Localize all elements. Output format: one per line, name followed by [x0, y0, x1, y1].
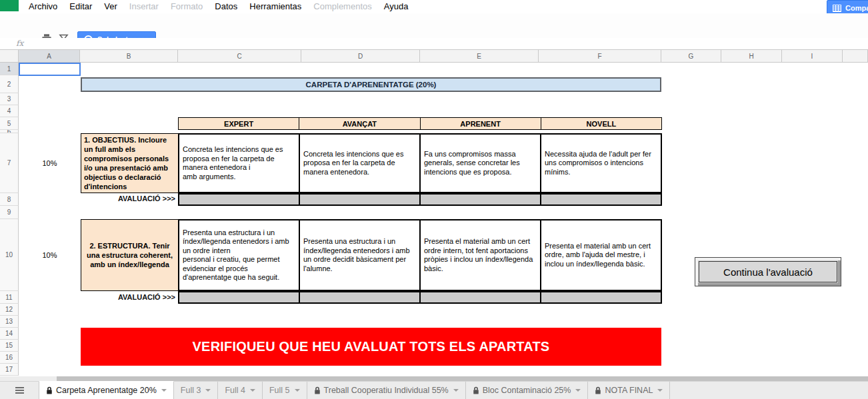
- weight-cell-2[interactable]: 10%: [19, 219, 81, 291]
- horizontal-scrollbar-thumb[interactable]: [57, 376, 868, 381]
- weight-cell-1[interactable]: 10%: [19, 133, 81, 193]
- eval-2-expert-input[interactable]: [179, 292, 299, 302]
- tab-dropdown-caret[interactable]: [161, 389, 167, 392]
- toolbar: Solo lectura: [0, 13, 868, 39]
- column-header-C[interactable]: C: [178, 50, 301, 62]
- column-header-G[interactable]: G: [661, 50, 721, 62]
- column-header-B[interactable]: B: [80, 50, 178, 62]
- rubric-1-avancat-cell[interactable]: Concreta les intencions que es proposa e…: [299, 135, 419, 192]
- selected-cell-outline[interactable]: [19, 63, 81, 76]
- fx-icon: fx: [16, 39, 23, 48]
- lock-icon: [473, 386, 479, 395]
- rubric-1-aprenent-cell[interactable]: Fa uns compromisos massa generals, sense…: [419, 135, 540, 192]
- level-header-novell[interactable]: NOVELL: [541, 118, 661, 129]
- all-sheets-menu-button[interactable]: [0, 382, 39, 399]
- row-header-2[interactable]: 2: [0, 75, 19, 93]
- rubric-2-avancat-cell[interactable]: Presenta una estructura i un índex/llege…: [299, 220, 419, 290]
- rubric-row-2: Presenta una estructura i un índex/llege…: [178, 219, 662, 291]
- row-header-11[interactable]: 11: [0, 291, 19, 304]
- continue-evaluation-button[interactable]: Continua l'avaluació: [695, 257, 841, 286]
- eval-2-novell-input[interactable]: [540, 292, 661, 302]
- menu-herramientas[interactable]: Herramientas: [243, 0, 307, 13]
- column-headers: A B C D E F G H I: [0, 49, 868, 63]
- row-header-10[interactable]: 10: [0, 219, 19, 291]
- rubric-2-novell-cell[interactable]: Presenta el material amb un cert ordre, …: [540, 220, 661, 290]
- lock-icon: [314, 386, 321, 395]
- level-header-aprenent[interactable]: APRENENT: [420, 118, 541, 129]
- tab-treball-cooperatiu[interactable]: Treball Cooperatiu Individual 55%: [307, 382, 466, 399]
- level-header-expert[interactable]: EXPERT: [179, 118, 299, 129]
- tab-label: Treball Cooperatiu Individual 55%: [324, 386, 449, 395]
- tab-dropdown-caret[interactable]: [657, 389, 663, 392]
- menu-datos[interactable]: Datos: [209, 0, 243, 13]
- menu-ayuda[interactable]: Ayuda: [378, 0, 415, 13]
- menu-complementos[interactable]: Complementos: [307, 0, 377, 13]
- tab-carpeta-aprenentatge[interactable]: Carpeta Aprenentatge 20%: [39, 381, 174, 399]
- tab-label: Full 3: [181, 386, 201, 395]
- tab-dropdown-caret[interactable]: [295, 389, 300, 392]
- eval-1-novell-input[interactable]: [540, 195, 661, 204]
- sheets-logo: [0, 0, 19, 11]
- row-header-3[interactable]: 3: [0, 93, 19, 105]
- rubric-1-novell-cell[interactable]: Necessita ajuda de l'adult per fer uns c…: [540, 135, 661, 192]
- menu-archivo[interactable]: Archivo: [23, 0, 63, 13]
- criterion-cell-2[interactable]: 2. ESTRUCTURA. Tenir una estructura cohe…: [81, 219, 179, 291]
- row-header-12[interactable]: 12: [0, 304, 19, 316]
- column-header-H[interactable]: H: [721, 50, 782, 62]
- tab-label: Carpeta Aprenentatge 20%: [56, 386, 157, 395]
- row-header-5[interactable]: 5: [0, 117, 19, 130]
- eval-1-avancat-input[interactable]: [299, 195, 419, 204]
- row-header-13[interactable]: 13: [0, 316, 19, 328]
- column-header-A[interactable]: A: [19, 50, 80, 62]
- spreadsheet-app: Archivo Editar Ver Insertar Formato Dato…: [0, 0, 868, 399]
- corner-cell[interactable]: [0, 50, 19, 62]
- row-header-4[interactable]: 4: [0, 105, 19, 117]
- formula-bar[interactable]: [0, 38, 868, 50]
- row-header-9[interactable]: 9: [0, 206, 19, 219]
- menu-bar: Archivo Editar Ver Insertar Formato Dato…: [19, 0, 823, 13]
- menu-editar[interactable]: Editar: [63, 0, 98, 13]
- tab-full-5[interactable]: Full 5: [263, 382, 307, 399]
- tab-label: Bloc Contaminació 25%: [483, 386, 571, 395]
- tab-dropdown-caret[interactable]: [575, 389, 581, 392]
- column-header-partial[interactable]: [843, 50, 868, 62]
- eval-1-aprenent-input[interactable]: [419, 195, 540, 204]
- row-header-15[interactable]: 15: [0, 340, 19, 352]
- level-header-avancat[interactable]: AVANÇAT: [299, 118, 419, 129]
- eval-2-aprenent-input[interactable]: [419, 292, 540, 302]
- tab-nota-final[interactable]: NOTA FINAL: [588, 382, 670, 399]
- criterion-cell-1[interactable]: 1. OBJECTIUS. Incloure un full amb els c…: [81, 133, 179, 193]
- tab-full-3[interactable]: Full 3: [174, 382, 219, 399]
- menu-insertar[interactable]: Insertar: [123, 0, 165, 13]
- menu-formato[interactable]: Formato: [165, 0, 209, 13]
- continue-evaluation-label: Continua l'avaluació: [699, 261, 837, 282]
- rubric-2-aprenent-cell[interactable]: Presenta el material amb un cert ordre i…: [419, 220, 540, 290]
- row-header-14[interactable]: 14: [0, 328, 19, 340]
- row-header-8[interactable]: 8: [0, 193, 19, 206]
- tab-dropdown-caret[interactable]: [250, 389, 255, 392]
- column-header-E[interactable]: E: [420, 50, 539, 62]
- lock-icon: [595, 386, 601, 395]
- row-header-1[interactable]: 1: [0, 63, 19, 75]
- menu-ver[interactable]: Ver: [98, 0, 123, 13]
- column-header-I[interactable]: I: [782, 50, 843, 62]
- tab-dropdown-caret[interactable]: [205, 389, 211, 392]
- eval-2-avancat-input[interactable]: [299, 292, 419, 302]
- tab-bloc-contaminacio[interactable]: Bloc Contaminació 25%: [466, 382, 589, 399]
- level-header-row: EXPERT AVANÇAT APRENENT NOVELL: [178, 117, 662, 130]
- tab-full-4[interactable]: Full 4: [218, 382, 263, 399]
- row-header-17[interactable]: 17: [0, 364, 19, 376]
- rubric-title-banner: CARPETA D'APRENENTATGE (20%): [81, 77, 661, 92]
- rubric-1-expert-cell[interactable]: Concreta les intencions que es proposa e…: [179, 135, 299, 192]
- rubric-row-1: Concreta les intencions que es proposa e…: [178, 133, 662, 193]
- sheet-tab-bar: Carpeta Aprenentatge 20% Full 3 Full 4 F…: [0, 381, 868, 399]
- tab-label: Full 4: [225, 386, 245, 395]
- rubric-2-expert-cell[interactable]: Presenta una estructura i un índex/llege…: [179, 220, 299, 290]
- row-header-7[interactable]: 7: [0, 133, 19, 193]
- evaluation-row-1: [178, 193, 662, 206]
- eval-1-expert-input[interactable]: [179, 195, 299, 204]
- row-header-16[interactable]: 16: [0, 352, 19, 364]
- column-header-F[interactable]: F: [539, 50, 661, 62]
- column-header-D[interactable]: D: [301, 50, 420, 62]
- tab-dropdown-caret[interactable]: [453, 389, 459, 392]
